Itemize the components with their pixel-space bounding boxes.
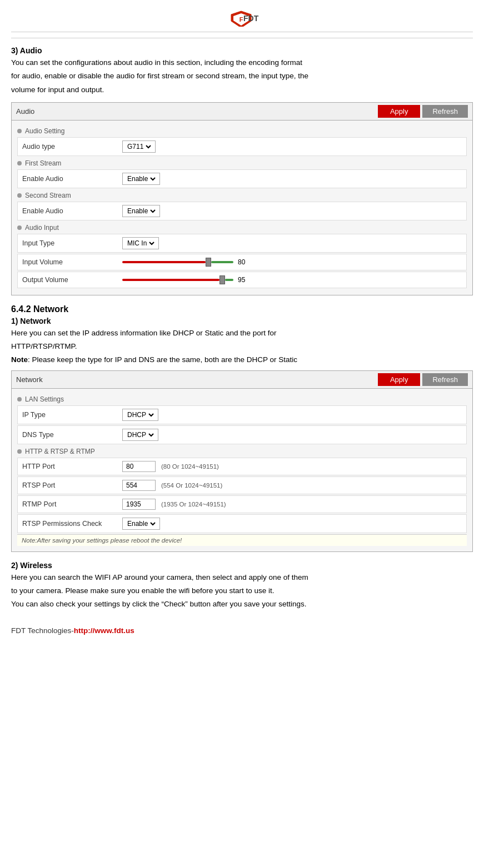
dns-type-select[interactable]: DHCP	[125, 430, 156, 439]
first-stream-enable-label: Enable Audio	[22, 175, 122, 183]
http-port-hint: (80 Or 1024~49151)	[161, 463, 219, 470]
output-volume-thumb[interactable]	[219, 275, 225, 284]
audio-desc3: volume for input and output.	[11, 84, 473, 96]
footer-link[interactable]: http://www.fdt.us	[74, 626, 134, 635]
audio-panel-buttons: Apply Refresh	[378, 105, 468, 118]
input-type-control[interactable]: MIC In	[122, 237, 159, 249]
audio-type-select-box[interactable]: G711	[122, 141, 156, 153]
network-panel-header: Network Apply Refresh	[12, 371, 472, 389]
audio-panel-title: Audio	[16, 107, 34, 116]
ip-type-select[interactable]: DHCP	[125, 410, 156, 419]
audio-desc1: You can set the configurations about aud…	[11, 57, 473, 68]
input-volume-value: 80	[238, 258, 252, 266]
input-volume-track[interactable]	[122, 260, 233, 264]
output-volume-red	[122, 279, 219, 281]
audio-panel: Audio Apply Refresh Audio Setting Audio …	[11, 102, 473, 295]
http-port-row: HTTP Port (80 Or 1024~49151)	[17, 458, 467, 475]
dns-type-select-box[interactable]: DHCP	[122, 429, 158, 441]
network-panel-body: LAN Settings IP Type DHCP DNS Type DHCP	[12, 389, 472, 551]
output-volume-track[interactable]	[122, 278, 233, 282]
svg-text:FDT: FDT	[243, 14, 259, 23]
audio-apply-button[interactable]: Apply	[378, 105, 421, 118]
input-type-row: Input Type MIC In	[17, 234, 467, 253]
lan-settings-label: LAN Settings	[17, 395, 467, 403]
rtmp-port-row: RTMP Port (1935 Or 1024~49151)	[17, 495, 467, 513]
second-stream-enable-control[interactable]: Enable	[122, 205, 160, 217]
network-refresh-button[interactable]: Refresh	[422, 373, 468, 386]
fdt-logo: F FDT	[209, 10, 276, 27]
logo-area: F FDT	[11, 6, 473, 38]
input-volume-thumb[interactable]	[206, 258, 211, 267]
network-main-heading: 6.4.2 Network	[11, 304, 473, 314]
network-desc1: Here you can set the IP address informat…	[11, 328, 473, 339]
ip-type-control[interactable]: DHCP	[122, 409, 158, 421]
wireless-desc3: You can also check your settings by clic…	[11, 599, 473, 610]
network-main-section: 6.4.2 Network 1) Network Here you can se…	[11, 304, 473, 366]
input-type-label: Input Type	[22, 239, 122, 247]
audio-refresh-button[interactable]: Refresh	[422, 105, 468, 118]
first-stream-enable-select-box[interactable]: Enable	[122, 173, 160, 185]
first-stream-enable-control[interactable]: Enable	[122, 173, 160, 185]
audio-type-control[interactable]: G711	[122, 141, 156, 153]
second-stream-enable-select-box[interactable]: Enable	[122, 205, 160, 217]
second-stream-enable-select[interactable]: Enable	[125, 207, 157, 215]
audio-type-select[interactable]: G711	[125, 142, 153, 151]
footer: FDT Technologies-http://www.fdt.us	[11, 626, 473, 635]
dns-type-label: DNS Type	[22, 431, 122, 439]
ip-type-select-box[interactable]: DHCP	[122, 409, 158, 421]
second-stream-enable-row: Enable Audio Enable	[17, 202, 467, 220]
dns-type-row: DNS Type DHCP	[17, 425, 467, 444]
http-port-input[interactable]	[122, 461, 156, 472]
rtsp-perm-select[interactable]: Enable	[125, 519, 157, 528]
dns-type-control[interactable]: DHCP	[122, 429, 158, 441]
network-apply-button[interactable]: Apply	[378, 373, 421, 386]
wireless-desc1: Here you can search the WIFI AP around y…	[11, 572, 473, 583]
http-port-label: HTTP Port	[22, 463, 122, 470]
rtsp-port-label: RTSP Port	[22, 481, 122, 489]
output-volume-green	[225, 279, 233, 281]
network-panel-buttons: Apply Refresh	[378, 373, 468, 386]
rtsp-port-row: RTSP Port (554 Or 1024~49151)	[17, 476, 467, 494]
rtsp-port-control[interactable]: (554 Or 1024~49151)	[122, 480, 222, 491]
network-panel-title: Network	[16, 375, 43, 384]
first-stream-enable-row: Enable Audio Enable	[17, 169, 467, 188]
first-stream-label: First Stream	[17, 159, 467, 167]
note-label: Note	[11, 355, 28, 364]
audio-heading: 3) Audio	[11, 46, 473, 55]
input-volume-red	[122, 261, 206, 263]
wireless-heading: 2) Wireless	[11, 561, 473, 570]
ip-type-label: IP Type	[22, 411, 122, 419]
rtmp-port-input[interactable]	[122, 499, 156, 510]
output-volume-row: Output Volume 95	[17, 272, 467, 288]
rtmp-port-control[interactable]: (1935 Or 1024~49151)	[122, 499, 226, 510]
network-note: Note: Please keep the type for IP and DN…	[11, 354, 473, 365]
http-port-control[interactable]: (80 Or 1024~49151)	[122, 461, 219, 472]
audio-setting-label: Audio Setting	[17, 127, 467, 135]
rtsp-port-input[interactable]	[122, 480, 156, 491]
output-volume-value: 95	[238, 276, 252, 284]
rtsp-perm-label: RTSP Permissions Check	[22, 520, 122, 528]
input-volume-label: Input Volume	[22, 258, 122, 266]
audio-desc2: for audio, enable or disable the audio f…	[11, 71, 473, 82]
rtmp-port-hint: (1935 Or 1024~49151)	[161, 501, 226, 508]
input-volume-slider-container[interactable]: 80	[122, 258, 252, 266]
audio-type-row: Audio type G711	[17, 137, 467, 156]
rtsp-perm-select-box[interactable]: Enable	[122, 518, 160, 530]
network-sub-heading: 1) Network	[11, 317, 473, 325]
output-volume-slider-container[interactable]: 95	[122, 276, 252, 284]
ip-type-row: IP Type DHCP	[17, 405, 467, 424]
audio-section: 3) Audio You can set the configurations …	[11, 46, 473, 96]
http-rtsp-rtmp-label: HTTP & RTSP & RTMP	[17, 448, 467, 455]
svg-text:F: F	[239, 16, 243, 23]
first-stream-enable-select[interactable]: Enable	[125, 174, 157, 183]
input-type-select-box[interactable]: MIC In	[122, 237, 159, 249]
audio-input-label: Audio Input	[17, 224, 467, 232]
network-desc2: HTTP/RTSP/RTMP.	[11, 341, 473, 352]
rtmp-port-label: RTMP Port	[22, 500, 122, 508]
second-stream-enable-label: Enable Audio	[22, 207, 122, 215]
rtsp-perm-row: RTSP Permissions Check Enable	[17, 514, 467, 533]
network-panel: Network Apply Refresh LAN Settings IP Ty…	[11, 370, 473, 552]
rtsp-perm-control[interactable]: Enable	[122, 518, 160, 530]
input-type-select[interactable]: MIC In	[125, 239, 156, 248]
input-volume-row: Input Volume 80	[17, 254, 467, 270]
